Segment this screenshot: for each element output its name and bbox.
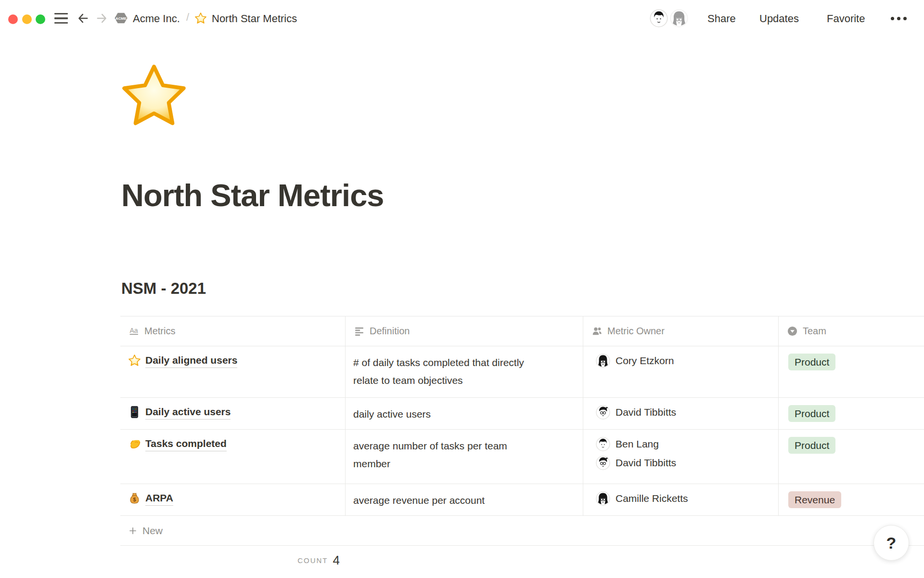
metric-cell[interactable]: Tasks completed: [120, 430, 346, 484]
plus-icon: [128, 526, 138, 536]
owner-item[interactable]: Cory Etzkorn: [596, 354, 770, 368]
table-header-row: AaMetricsDefinitionMetric OwnerTeam: [120, 316, 924, 346]
forward-arrow-icon[interactable]: [95, 12, 108, 25]
page-icon-star[interactable]: [119, 62, 189, 131]
select-property-icon: [786, 325, 798, 337]
definition-text: # of daily tasks completed that directly…: [353, 354, 545, 389]
team-tag[interactable]: Product: [788, 354, 835, 370]
owner-name: David Tibbitts: [616, 405, 676, 420]
metric-page-link[interactable]: Daily active users: [145, 405, 231, 420]
column-header-label: Metrics: [144, 326, 175, 337]
share-button[interactable]: Share: [707, 12, 736, 26]
text-align-icon: [353, 325, 365, 337]
definition-text: daily active users: [353, 405, 545, 423]
count-label: COUNT: [297, 556, 328, 565]
traffic-light-zoom-button[interactable]: [36, 14, 45, 24]
page-title[interactable]: North Star Metrics: [121, 175, 384, 216]
metric-page-link[interactable]: Tasks completed: [145, 437, 227, 451]
metric-owner-cell[interactable]: Cory Etzkorn: [583, 346, 779, 397]
column-header-team[interactable]: Team: [779, 316, 924, 346]
definition-text: average revenue per account: [353, 491, 545, 509]
team-tag[interactable]: Product: [788, 437, 835, 454]
owner-item[interactable]: David Tibbitts: [596, 456, 770, 470]
team-cell[interactable]: Revenue: [779, 484, 924, 515]
mobile-phone-emoji: [128, 406, 141, 419]
person-property-icon: [591, 325, 603, 337]
flexed-biceps-emoji: [128, 437, 141, 450]
metrics-table: AaMetricsDefinitionMetric OwnerTeam Dail…: [120, 316, 924, 575]
owner-item[interactable]: Ben Lang: [596, 437, 770, 451]
column-header-label: Definition: [370, 326, 410, 337]
owner-item[interactable]: David Tibbitts: [596, 405, 770, 420]
new-row-label: New: [142, 525, 163, 537]
column-header-metrics[interactable]: AaMetrics: [120, 316, 346, 346]
avatar-david-tibbitts: [596, 456, 610, 470]
money-bag-emoji: $: [128, 492, 141, 505]
metric-owner-cell[interactable]: Ben LangDavid Tibbitts: [583, 430, 779, 484]
new-row-button[interactable]: New: [120, 516, 924, 546]
column-header-label: Team: [803, 326, 826, 337]
column-header-metric-owner[interactable]: Metric Owner: [583, 316, 779, 346]
column-header-label: Metric Owner: [607, 326, 665, 337]
window-titlebar: ACME Acme Inc. / North Star Metrics Shar…: [0, 0, 924, 37]
definition-cell[interactable]: average revenue per account: [346, 484, 583, 515]
star-emoji: [128, 354, 141, 367]
definition-cell[interactable]: # of daily tasks completed that directly…: [346, 346, 583, 397]
metric-cell[interactable]: $ARPA: [120, 484, 346, 515]
team-cell[interactable]: Product: [779, 430, 924, 484]
breadcrumb-page-title[interactable]: North Star Metrics: [212, 12, 297, 26]
metric-owner-cell[interactable]: Camille Ricketts: [583, 484, 779, 515]
sidebar-menu-icon[interactable]: [54, 13, 68, 24]
table-row: $ARPAaverage revenue per accountCamille …: [120, 484, 924, 516]
back-arrow-icon[interactable]: [77, 12, 90, 25]
team-cell[interactable]: Product: [779, 346, 924, 397]
metric-cell[interactable]: Daily active users: [120, 398, 346, 429]
table-body: Daily aligned users# of daily tasks comp…: [120, 346, 924, 516]
owner-name: Ben Lang: [616, 437, 659, 451]
favorite-button[interactable]: Favorite: [827, 12, 865, 26]
table-count-footer[interactable]: COUNT 4: [120, 546, 346, 575]
avatar-cory-etzkorn: [596, 354, 610, 368]
column-header-definition[interactable]: Definition: [346, 316, 583, 346]
avatar-ben-lang: [596, 437, 610, 451]
table-row: Daily aligned users# of daily tasks comp…: [120, 346, 924, 398]
updates-button[interactable]: Updates: [759, 12, 799, 26]
definition-text: average number of tasks per team member: [353, 437, 545, 473]
owner-name: Cory Etzkorn: [616, 354, 674, 368]
avatar-camille-ricketts: [596, 491, 610, 506]
owner-name: Camille Ricketts: [616, 491, 688, 506]
team-cell[interactable]: Product: [779, 398, 924, 429]
definition-cell[interactable]: daily active users: [346, 398, 583, 429]
metric-owner-cell[interactable]: David Tibbitts: [583, 398, 779, 429]
team-tag[interactable]: Revenue: [788, 491, 841, 508]
collaborator-avatar[interactable]: [650, 9, 668, 27]
metric-page-link[interactable]: Daily aligned users: [145, 354, 237, 368]
count-value: 4: [333, 553, 340, 568]
table-row: Tasks completedaverage number of tasks p…: [120, 430, 924, 484]
owner-item[interactable]: Camille Ricketts: [596, 491, 770, 506]
svg-text:$: $: [133, 497, 136, 502]
avatar-david-tibbitts: [596, 405, 610, 420]
traffic-light-minimize-button[interactable]: [22, 14, 32, 24]
collaborator-avatar[interactable]: [670, 9, 688, 27]
svg-text:ACME: ACME: [116, 16, 127, 21]
metric-cell[interactable]: Daily aligned users: [120, 346, 346, 397]
database-title[interactable]: NSM - 2021: [121, 279, 206, 298]
star-emoji: [194, 12, 207, 25]
breadcrumb-separator: /: [186, 11, 189, 24]
owner-name: David Tibbitts: [616, 456, 676, 470]
definition-cell[interactable]: average number of tasks per team member: [346, 430, 583, 484]
text-property-icon: Aa: [128, 325, 140, 337]
table-row: Daily active usersdaily active usersDavi…: [120, 398, 924, 430]
team-tag[interactable]: Product: [788, 405, 835, 422]
help-button[interactable]: ?: [873, 525, 909, 561]
metric-page-link[interactable]: ARPA: [145, 491, 173, 506]
more-options-icon[interactable]: [891, 17, 907, 20]
breadcrumb-workspace[interactable]: Acme Inc.: [133, 12, 180, 26]
svg-text:Aa: Aa: [129, 327, 138, 334]
acme-logo: ACME: [114, 11, 128, 26]
traffic-light-close-button[interactable]: [8, 14, 18, 24]
